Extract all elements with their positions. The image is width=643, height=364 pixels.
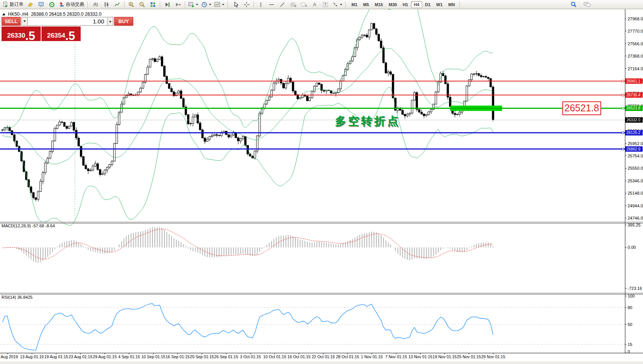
zoom-in-icon — [128, 2, 134, 8]
symbol-label: HK50-,H4 — [8, 12, 28, 17]
zoom-out-button[interactable] — [137, 0, 147, 9]
svg-text:26961.1: 26961.1 — [626, 79, 641, 83]
sell-button[interactable]: SELL — [2, 17, 21, 26]
volume-increase-button[interactable] — [107, 17, 113, 26]
line-chart-button[interactable] — [112, 0, 122, 9]
trendline-button[interactable] — [277, 0, 287, 9]
buy-button[interactable]: BUY — [114, 17, 133, 26]
timeframe-M5[interactable]: M5 — [360, 1, 371, 8]
buy-label: BUY — [118, 18, 129, 24]
new-order-button[interactable]: 新订单 — [2, 0, 25, 9]
rsi-pane[interactable] — [0, 304, 625, 350]
svg-text:395.25: 395.25 — [628, 223, 641, 227]
x-axis-labels: 7 Aug 201913 Aug 01:1519 Aug 01:1523 Aug… — [0, 353, 505, 359]
tile-windows-button[interactable] — [148, 0, 158, 9]
pane-separators[interactable] — [0, 9, 643, 364]
svg-text:25754.0: 25754.0 — [628, 154, 643, 158]
grid-button[interactable]: F — [299, 0, 309, 9]
svg-text:26332.0: 26332.0 — [626, 118, 641, 122]
auto-scroll-button[interactable] — [173, 0, 183, 9]
horizontal-line-button[interactable] — [267, 0, 277, 9]
horizontal-level-lines[interactable] — [0, 81, 625, 149]
svg-text:26521.8: 26521.8 — [626, 106, 641, 110]
candles-layer[interactable] — [2, 23, 494, 201]
svg-text:20 Sep 01:15: 20 Sep 01:15 — [190, 354, 214, 359]
bar-chart-button[interactable] — [91, 0, 101, 9]
strategy-tester-button[interactable] — [47, 0, 57, 9]
search-button[interactable] — [568, 0, 578, 9]
new-chart-button[interactable] — [187, 0, 199, 9]
svg-text:25 Nov 01:15: 25 Nov 01:15 — [457, 354, 481, 359]
timeframe-M1[interactable]: M1 — [349, 1, 360, 8]
new-chart-icon — [188, 2, 194, 8]
timeframe-H4[interactable]: H4 — [411, 1, 422, 8]
ohlc-values: 26388.0 26418.5 26320.0 26332.0 — [31, 12, 102, 17]
grid-icon: F — [300, 2, 307, 8]
crosshair-button[interactable] — [242, 0, 252, 9]
cursor-button[interactable] — [231, 0, 241, 9]
price-callout-box[interactable]: 26521.8 — [562, 101, 601, 115]
arrows-button[interactable] — [331, 0, 343, 9]
candlestick-chart-button[interactable] — [101, 0, 111, 9]
terminal-button[interactable] — [36, 0, 46, 9]
vertical-line-button[interactable] — [256, 0, 266, 9]
timeframe-D1[interactable]: D1 — [423, 1, 433, 8]
svg-text:26 Sep 01:15: 26 Sep 01:15 — [214, 354, 239, 359]
macd-indicator-label: MACD(12,26,9) -57.68 -8.64 — [2, 223, 55, 228]
svg-text:80: 80 — [628, 305, 632, 310]
macd-axis-labels: 395.250.00-723.16 — [625, 223, 642, 291]
volume-input[interactable] — [28, 17, 107, 26]
timeframe-MN[interactable]: MN — [446, 1, 457, 8]
svg-text:3 Oct 01:15: 3 Oct 01:15 — [240, 354, 261, 359]
toolbar-separator — [254, 1, 254, 8]
svg-text:50: 50 — [628, 322, 632, 327]
buy-price-display[interactable]: 26354 .5 — [41, 26, 81, 41]
profiles-button[interactable] — [25, 0, 35, 9]
sell-price-display[interactable]: 26330 .5 — [2, 26, 41, 41]
text-button[interactable]: A — [310, 0, 320, 9]
svg-text:27770.0: 27770.0 — [628, 29, 643, 33]
svg-text:13 Aug 01:15: 13 Aug 01:15 — [20, 354, 44, 359]
chart-annotation-text[interactable]: 多空转折点 — [335, 114, 400, 129]
timeframe-M15[interactable]: M15 — [372, 1, 386, 8]
periods-clock-icon — [201, 2, 207, 8]
svg-text:10 Sep 01:15: 10 Sep 01:15 — [141, 354, 166, 359]
svg-text:25862.9: 25862.9 — [626, 147, 641, 151]
periods-button[interactable] — [200, 0, 212, 9]
collapse-panel-icon[interactable] — [2, 13, 5, 15]
sell-price-main: 26330 — [7, 32, 25, 39]
svg-text:16 Sep 01:15: 16 Sep 01:15 — [166, 354, 190, 359]
svg-text:29 Aug 01:15: 29 Aug 01:15 — [93, 354, 117, 359]
toolbar-grip — [345, 1, 347, 8]
chat-button[interactable] — [582, 0, 592, 9]
volume-decrease-button[interactable] — [22, 17, 28, 26]
svg-text:29 Nov 01:15: 29 Nov 01:15 — [481, 354, 505, 359]
fibonacci-button[interactable]: E — [288, 0, 298, 9]
strategy-tester-icon — [49, 2, 55, 8]
timeframe-M30[interactable]: M30 — [386, 1, 399, 8]
svg-text:27164.0: 27164.0 — [628, 66, 643, 71]
template-button[interactable] — [213, 0, 225, 9]
text-label-icon: T — [322, 2, 328, 8]
triangle-up-icon — [109, 20, 111, 22]
svg-text:1 Nov 01:15: 1 Nov 01:15 — [361, 354, 383, 359]
candlestick-chart-icon — [103, 2, 109, 8]
timeframe-W1[interactable]: W1 — [434, 1, 446, 8]
timeframe-H1[interactable]: H1 — [400, 1, 411, 8]
macd-pane[interactable] — [2, 227, 493, 263]
svg-text:T: T — [324, 3, 326, 7]
shift-chart-button[interactable] — [162, 0, 172, 9]
bollinger-bands — [2, 9, 493, 225]
chart-canvas[interactable]: 27968.027770.027566.027368.027164.026966… — [0, 9, 643, 364]
svg-text:0.00: 0.00 — [628, 245, 636, 250]
svg-text:100: 100 — [628, 294, 635, 298]
zoom-in-button[interactable] — [126, 0, 136, 9]
toolbar-grip — [227, 1, 229, 8]
one-click-trading-panel: SELL BUY 26330 .5 26354 .5 — [2, 17, 81, 41]
bar-chart-icon — [93, 2, 99, 8]
text-label-button[interactable]: T — [320, 0, 330, 9]
toolbar-separator — [185, 1, 185, 8]
rsi-indicator-label: RSI(14) 36.8425 — [2, 295, 33, 299]
toolbar-separator — [124, 1, 124, 8]
auto-trading-button[interactable]: 自动交易 — [58, 0, 85, 9]
